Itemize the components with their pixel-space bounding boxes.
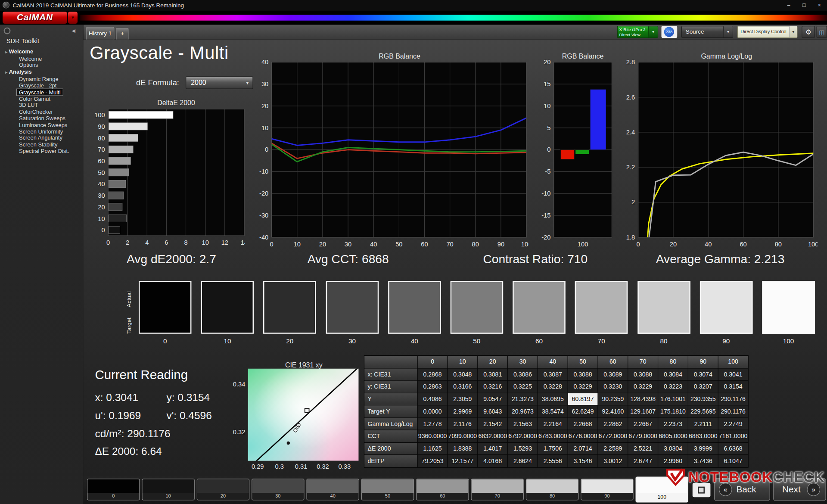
tab-history-1[interactable]: History 1 [86,27,115,39]
sidebar-item-grayscale-2pt[interactable]: Grayscale - 2pt [0,82,83,89]
table-cell[interactable]: 2.6747 [628,455,658,467]
sidebar-item-dynamic-range[interactable]: Dynamic Range [0,76,83,82]
table-cell[interactable]: 92.4160 [598,405,628,417]
table-cell[interactable]: 2.1563 [508,418,538,430]
window-maximize-button[interactable]: □ [796,0,812,10]
table-cell[interactable]: 20.9673 [508,405,538,417]
sidebar-section-welcome[interactable]: ▸Welcome [0,48,83,55]
table-cell[interactable]: 62.6249 [568,405,598,417]
chevron-down-icon[interactable]: ▼ [789,26,797,37]
table-cell[interactable]: 0.3166 [448,381,478,393]
table-cell[interactable]: 2.2589 [598,442,628,454]
table-cell[interactable]: 1.1625 [418,442,448,454]
sidebar-item-options[interactable]: Options [0,62,83,68]
de-formula-dropdown[interactable]: 2000 ▼ [186,76,253,89]
table-cell[interactable]: 21.3273 [508,393,538,405]
table-cell[interactable]: 0.3081 [478,368,507,380]
level-button-60[interactable]: 60 [416,479,469,500]
table-cell[interactable]: 9360.0000 [418,430,448,442]
chevron-down-icon[interactable]: ▼ [723,26,733,37]
table-cell[interactable]: 6883.0000 [688,430,718,442]
table-cell[interactable]: 2.5221 [628,442,658,454]
table-cell[interactable]: 1.4017 [478,442,507,454]
table-cell[interactable]: 0.3041 [718,368,748,380]
table-cell[interactable]: 2.2667 [628,418,658,430]
display-control-dropdown[interactable]: Direct Display Control ▼ [737,26,798,38]
table-cell[interactable]: 2.2164 [538,418,568,430]
table-cell[interactable]: 2.6624 [508,455,538,467]
table-cell[interactable]: 3.1546 [568,455,598,467]
table-cell[interactable]: 0.3216 [478,381,507,393]
sidebar-item-welcome[interactable]: Welcome [0,56,83,62]
level-button-20[interactable]: 20 [197,479,249,500]
table-cell[interactable]: 0.3089 [598,368,628,380]
table-cell[interactable]: 38.5474 [538,405,568,417]
add-tab-button[interactable]: + [116,28,128,40]
sidebar-item-3d-lut[interactable]: 3D LUT [0,102,83,109]
table-cell[interactable]: 0.0000 [418,405,448,417]
table-cell[interactable]: 90.2359 [598,393,628,405]
table-cell[interactable]: 4.0168 [478,455,507,467]
source-dropdown[interactable]: Source ▼ [681,26,733,38]
chevron-down-icon[interactable]: ▼ [648,26,658,37]
table-cell[interactable]: 0.3087 [538,368,568,380]
level-button-40[interactable]: 40 [306,479,359,500]
level-button-0[interactable]: 0 [87,479,140,500]
sidebar-options-button[interactable] [4,28,11,34]
table-cell[interactable]: 9.0547 [478,393,507,405]
window-minimize-button[interactable]: – [781,0,796,10]
sidebar-item-luminance-sweeps[interactable]: Luminance Sweeps [0,121,83,128]
table-cell[interactable]: 2.1176 [448,418,478,430]
table-cell[interactable]: 6779.0000 [628,430,658,442]
table-cell[interactable]: 0.3154 [718,381,748,393]
luminance-badge[interactable]: 238 [662,26,678,38]
table-cell[interactable]: 0.3088 [628,368,658,380]
table-cell[interactable]: 2.2749 [718,418,748,430]
table-cell[interactable]: 175.1810 [658,405,688,417]
table-cell[interactable]: 60.8197 [568,393,598,405]
table-cell[interactable]: 6832.0000 [478,430,507,442]
table-cell[interactable]: 3.9999 [688,442,718,454]
table-cell[interactable]: 2.2111 [688,418,718,430]
table-cell[interactable]: 0.3074 [688,368,718,380]
table-cell[interactable]: 2.2373 [658,418,688,430]
level-button-30[interactable]: 30 [252,479,304,500]
table-cell[interactable]: 128.4398 [628,393,658,405]
table-cell[interactable]: 1.5293 [508,442,538,454]
table-cell[interactable]: 176.1001 [658,393,688,405]
level-button-80[interactable]: 80 [526,479,578,500]
sidebar-section-analysis[interactable]: ▸Analysis [0,68,83,76]
table-cell[interactable]: 0.3088 [568,368,598,380]
table-cell[interactable]: 229.5695 [688,405,718,417]
window-close-button[interactable]: × [812,0,827,10]
table-cell[interactable]: 6.6368 [718,442,748,454]
table-cell[interactable]: 12.1577 [448,455,478,467]
table-cell[interactable]: 0.2868 [418,368,448,380]
logo-menu-arrow-icon[interactable]: ▼ [68,12,78,24]
level-button-50[interactable]: 50 [361,479,414,500]
table-cell[interactable]: 0.3229 [628,381,658,393]
table-cell[interactable]: 290.1176 [718,393,748,405]
table-cell[interactable]: 2.9960 [658,455,688,467]
table-cell[interactable]: 6772.0000 [598,430,628,442]
table-cell[interactable]: 6.1047 [718,455,748,467]
table-cell[interactable]: 2.0714 [568,442,598,454]
sidebar-item-screen-uniformity[interactable]: Screen Uniformity [0,128,83,134]
table-cell[interactable]: 79.2053 [418,455,448,467]
table-cell[interactable]: 7161.0000 [718,430,748,442]
table-cell[interactable]: 2.2862 [598,418,628,430]
sidebar-item-spectral-power-dist[interactable]: Spectral Power Dist. [0,148,83,154]
table-cell[interactable]: 38.0695 [538,393,568,405]
table-cell[interactable]: 2.5556 [538,455,568,467]
table-cell[interactable]: 0.3084 [658,368,688,380]
table-cell[interactable]: 2.9969 [448,405,478,417]
layout-icon[interactable]: ◫ [817,26,827,38]
meter-dropdown[interactable]: X-Rite i1Pro 2 Direct View ▼ [617,26,659,38]
table-cell[interactable]: 0.3086 [508,368,538,380]
table-cell[interactable]: 0.3229 [568,381,598,393]
sidebar-item-screen-stability[interactable]: Screen Stability [0,141,83,148]
table-cell[interactable]: 0.3207 [688,381,718,393]
table-cell[interactable]: 0.3048 [448,368,478,380]
table-cell[interactable]: 290.1176 [718,405,748,417]
table-cell[interactable]: 3.7436 [688,455,718,467]
